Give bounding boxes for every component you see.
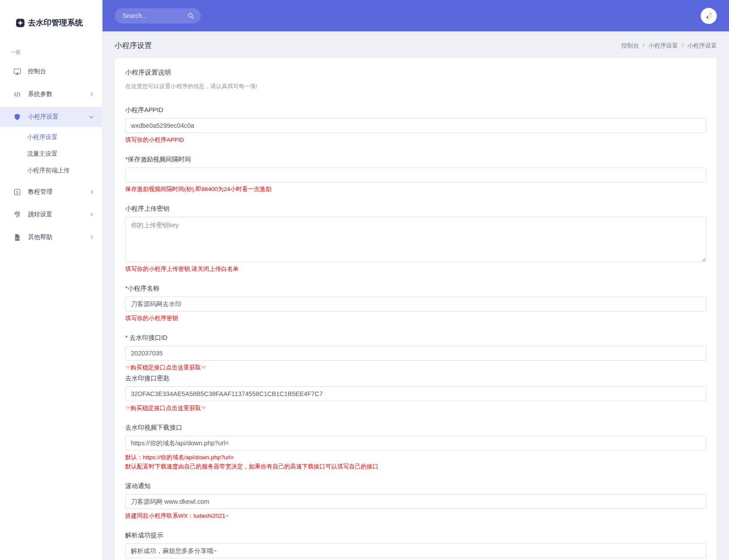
- scroll-notice-label: 滚动通知: [125, 482, 706, 490]
- fingerprint-icon: [13, 211, 22, 219]
- submenu-item-traffic-settings[interactable]: 流量主设置: [0, 145, 102, 162]
- api-secret-input[interactable]: [125, 386, 706, 401]
- sidebar: 去水印管理系统 一般 控制台 系统参数 小程序设置: [0, 0, 103, 560]
- goose-cartoon-icon: [702, 9, 715, 22]
- chevron-down-icon: [89, 114, 94, 120]
- buy-api-link[interactable]: ☞购买稳定接口点击这里获取☜: [125, 404, 706, 412]
- sidebar-item-label: 教程管理: [28, 188, 52, 196]
- card-heading: 小程序设置说明: [125, 68, 706, 77]
- svg-text:$: $: [16, 190, 18, 194]
- breadcrumb-separator: /: [682, 42, 684, 50]
- success-tip-input[interactable]: [125, 543, 706, 558]
- app-logo: 去水印管理系统: [0, 0, 102, 28]
- card-description: 在这里您可以设置小程序的信息，请认真填写每一项!: [125, 82, 706, 90]
- breadcrumb-item-console[interactable]: 控制台: [621, 42, 639, 50]
- download-api-input[interactable]: [125, 436, 706, 451]
- file-code-icon: [13, 233, 22, 242]
- chevron-right-icon: [89, 212, 94, 217]
- field-api-credentials: * 去水印接口ID ☞购买稳定接口点击这里获取☜ 去水印接口密匙 ☞购买稳定接口…: [125, 334, 706, 412]
- app-name-help: 填写你的小程序密钥: [125, 314, 706, 322]
- breadcrumb: 控制台 / 小程序设置 / 小程序设置: [621, 42, 717, 50]
- buy-api-link[interactable]: ☞购买稳定接口点击这里获取☜: [125, 364, 706, 372]
- sidebar-submenu: 小程序设置 流量主设置 小程序前端上传: [0, 127, 102, 179]
- main-content: 小程序设置 控制台 / 小程序设置 / 小程序设置 小程序设置说明 在这里您可以…: [103, 31, 729, 560]
- user-avatar[interactable]: [701, 8, 717, 24]
- chevron-right-icon: [89, 189, 94, 195]
- submenu-item-frontend-upload[interactable]: 小程序前端上传: [0, 162, 102, 178]
- field-scroll-notice: 滚动通知 搭建同款小程序联系WX：ludashi2021~: [125, 482, 706, 520]
- search-box: [115, 8, 201, 24]
- app-name-label: *小程序名称: [125, 284, 706, 293]
- sidebar-section-label: 一般: [0, 28, 102, 56]
- sparkle-badge-icon: [16, 18, 25, 27]
- success-tip-label: 解析成功提示: [125, 531, 706, 540]
- page-title: 小程序设置: [115, 41, 152, 51]
- app-title: 去水印管理系统: [28, 17, 83, 28]
- api-id-input[interactable]: [125, 346, 706, 361]
- breadcrumb-separator: /: [643, 42, 644, 50]
- upload-key-label: 小程序上传密钥: [125, 205, 706, 213]
- settings-card: 小程序设置说明 在这里您可以设置小程序的信息，请认真填写每一项! 小程序APPI…: [115, 58, 717, 560]
- sidebar-item-label: 跳转设置: [28, 211, 52, 219]
- chevron-right-icon: [89, 235, 94, 240]
- submenu-item-miniprogram-settings[interactable]: 小程序设置: [0, 129, 102, 145]
- download-api-help-default: 默认：https://你的域名/api/down.php?url=: [125, 454, 706, 461]
- desktop-icon: [13, 68, 22, 76]
- sidebar-item-other-help[interactable]: 其他帮助: [0, 227, 102, 247]
- appid-input[interactable]: [125, 118, 706, 133]
- scroll-notice-input[interactable]: [125, 494, 706, 509]
- upload-key-textarea[interactable]: 你的上传密钥key: [125, 217, 706, 262]
- code-icon: [13, 90, 22, 99]
- sidebar-item-redirect-settings[interactable]: 跳转设置: [0, 205, 102, 225]
- sidebar-item-console[interactable]: 控制台: [0, 61, 102, 82]
- field-download-api: 去水印视频下载接口 默认：https://你的域名/api/down.php?u…: [125, 423, 706, 471]
- appid-label: 小程序APPID: [125, 106, 706, 114]
- appid-help: 填写你的小程序APPID: [125, 136, 706, 144]
- field-reward-interval: *保存激励视频间隔时间 保存激励视频间隔时间(秒),即86400为24小时看一次…: [125, 155, 706, 193]
- app-name-input[interactable]: [125, 297, 706, 311]
- sidebar-item-label: 其他帮助: [28, 233, 52, 241]
- reward-interval-label: *保存激励视频间隔时间: [125, 155, 706, 164]
- sidebar-item-label: 小程序设置: [28, 113, 58, 121]
- topbar: [103, 0, 729, 31]
- scroll-notice-help: 搭建同款小程序联系WX：ludashi2021~: [125, 512, 706, 520]
- sidebar-item-system-params[interactable]: 系统参数: [0, 84, 102, 104]
- field-app-name: *小程序名称 填写你的小程序密钥: [125, 284, 706, 322]
- sidebar-item-label: 系统参数: [28, 90, 52, 98]
- breadcrumb-item-current: 小程序设置: [688, 42, 717, 50]
- sidebar-item-tutorial-management[interactable]: $ 教程管理: [0, 182, 102, 202]
- sidebar-nav: 控制台 系统参数 小程序设置 小程序设置 流量主设置 小程序前端上传: [0, 61, 102, 247]
- upload-key-help: 填写你的小程序上传密钥,请关闭上传白名单: [125, 265, 706, 273]
- download-api-label: 去水印视频下载接口: [125, 423, 706, 432]
- search-icon[interactable]: [187, 12, 195, 20]
- page-head: 小程序设置 控制台 / 小程序设置 / 小程序设置: [103, 31, 729, 58]
- breadcrumb-item-miniprogram[interactable]: 小程序设置: [648, 42, 678, 50]
- dollar-doc-icon: $: [13, 188, 22, 196]
- reward-interval-help: 保存激励视频间隔时间(秒),即86400为24小时看一次激励: [125, 185, 706, 193]
- field-upload-key: 小程序上传密钥 你的上传密钥key 填写你的小程序上传密钥,请关闭上传白名单: [125, 205, 706, 273]
- chevron-right-icon: [89, 92, 94, 97]
- sidebar-item-miniprogram-settings[interactable]: 小程序设置: [0, 107, 102, 127]
- shield-icon: [13, 113, 22, 121]
- reward-interval-input[interactable]: [125, 167, 706, 182]
- download-api-help-note: 默认配置时下载速度由自己的服务器带宽决定，如果你有自己的高速下载接口可以填写自己…: [125, 463, 706, 471]
- api-secret-label: 去水印接口密匙: [125, 374, 706, 382]
- field-success-tip: 解析成功提示: [125, 531, 706, 558]
- sidebar-item-label: 控制台: [28, 68, 46, 75]
- search-input[interactable]: [123, 12, 187, 19]
- api-id-label: * 去水印接口ID: [125, 334, 706, 342]
- field-appid: 小程序APPID 填写你的小程序APPID: [125, 106, 706, 144]
